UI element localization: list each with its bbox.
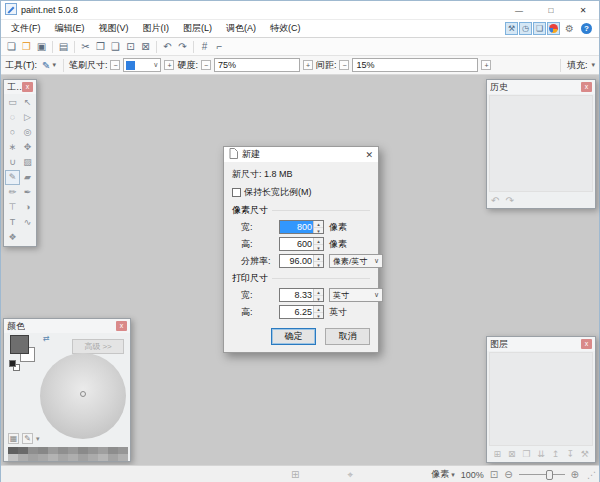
history-panel-header[interactable]: 历史 x [487,80,595,94]
resize-grip-icon[interactable]: ⋰ [585,470,596,480]
palette-swatch[interactable] [38,454,48,461]
zoom-slider-thumb[interactable] [546,470,553,480]
undo-icon[interactable]: ↶ [491,196,499,206]
pixel-height-spinner[interactable]: ▴▾ [313,238,323,250]
undo-button[interactable]: ↶ [160,39,175,54]
resolution-spinner[interactable]: ▴▾ [313,255,323,267]
palette-swatch[interactable] [78,447,88,454]
redo-icon[interactable]: ↷ [505,196,513,206]
hardness-decrease-button[interactable]: − [201,60,211,70]
menu-item-0[interactable]: 文件(F) [4,20,48,37]
layer-properties-button[interactable]: ⚒ [578,450,591,459]
toggle-history-button[interactable]: ◷ [519,22,532,35]
palette-swatch[interactable] [58,447,68,454]
tools-panel-close-button[interactable]: x [22,82,33,92]
menu-item-6[interactable]: 特效(C) [263,20,308,37]
spacing-increase-button[interactable]: + [481,60,491,70]
palette-swatch[interactable] [18,454,28,461]
print-width-unit-select[interactable]: 英寸∨ [329,288,383,302]
hardness-increase-button[interactable]: + [303,60,313,70]
menu-item-4[interactable]: 图层(L) [176,20,219,37]
minimize-button[interactable]: — [503,1,535,19]
canvas-workspace[interactable]: 工具 x ▭↖◌▷○◎∗✥∪▨✎▰✏✒⊤◑T∿❖ 历史 x ↶ ↷ 颜色 x [1,75,599,465]
cancel-button[interactable]: 取消 [325,328,370,345]
palette-swatch[interactable] [28,447,38,454]
zoom-slider[interactable] [519,469,565,481]
unit-select[interactable]: 像素 ▾ [431,468,455,481]
brush-size-increase-button[interactable]: + [164,60,174,70]
tool-lasso-select[interactable]: ◌ [5,110,20,125]
brush-size-decrease-button[interactable]: − [110,60,120,70]
menu-item-3[interactable]: 图片(I) [136,20,177,37]
tool-paintbrush[interactable]: ✎ [5,170,20,185]
dialog-close-button[interactable]: ✕ [365,150,373,160]
layers-list[interactable] [489,352,593,446]
settings-button[interactable]: ⚙ [563,23,576,34]
brush-size-select[interactable]: ∨ [123,58,161,72]
tool-line-curve[interactable]: ∿ [20,215,35,230]
active-tool-button[interactable]: ✎ ▾ [40,60,58,71]
add-layer-button[interactable]: ⊞ [491,450,504,459]
toggle-layers-button[interactable]: ❏ [533,22,546,35]
tool-magic-wand[interactable]: ∗ [5,140,20,155]
palette-swatch[interactable] [118,447,128,454]
color-wheel[interactable] [40,353,126,439]
tool-clone-stamp[interactable]: ⊤ [5,200,20,215]
tool-recolor[interactable]: ◑ [20,200,35,215]
redo-button[interactable]: ↷ [175,39,190,54]
toggle-tools-button[interactable]: ⚒ [505,22,518,35]
deselect-button[interactable]: ⊠ [138,39,153,54]
layers-panel-header[interactable]: 图层 x [487,337,595,351]
palette-swatch[interactable] [118,454,128,461]
palette-swatch[interactable] [108,454,118,461]
pixel-width-spinner[interactable]: ▴▾ [313,221,323,233]
resolution-input[interactable]: 96.00▴▾ [279,254,324,268]
tool-pan[interactable]: ✥ [20,140,35,155]
zoom-in-icon[interactable]: ⊕ [571,470,579,480]
ruler-button[interactable]: ⌐ [212,39,227,54]
default-colors[interactable] [9,360,22,373]
tool-rectangle-select[interactable]: ▭ [5,95,20,110]
move-layer-up-button[interactable]: ↥ [549,450,562,459]
tool-move-selection[interactable]: ▷ [20,110,35,125]
palette-swatch[interactable] [98,447,108,454]
palette-swatch[interactable] [68,447,78,454]
history-panel-close-button[interactable]: x [581,82,592,92]
tools-panel-header[interactable]: 工具 x [4,80,36,94]
print-width-spinner[interactable]: ▴▾ [313,289,323,301]
palette-swatch[interactable] [48,454,58,461]
print-button[interactable]: ▤ [56,39,71,54]
history-list[interactable] [489,95,593,192]
resolution-unit-select[interactable]: 像素/英寸∨ [329,254,383,268]
advanced-colors-button[interactable]: 高级 >> [72,339,124,354]
palette-swatch[interactable] [8,454,18,461]
hardness-input[interactable]: 75% [214,58,300,72]
menu-item-2[interactable]: 视图(V) [92,20,136,37]
menu-item-5[interactable]: 调色(A) [219,20,263,37]
grid-button[interactable]: # [197,39,212,54]
tool-text[interactable]: T [5,215,20,230]
zoom-out-icon[interactable]: ⊖ [504,470,512,480]
pixel-height-input[interactable]: 600▴▾ [279,237,324,251]
save-button[interactable]: ▣ [34,39,49,54]
tool-shapes[interactable]: ❖ [5,230,20,245]
print-height-input[interactable]: 6.25▴▾ [279,305,324,319]
open-button[interactable]: ❒ [19,39,34,54]
palette-swatch[interactable] [48,447,58,454]
maximize-button[interactable]: □ [535,1,567,19]
ok-button[interactable]: 确定 [271,328,316,345]
duplicate-layer-button[interactable]: ❐ [520,450,533,459]
zoom-fit-icon[interactable]: ⊡ [490,470,498,480]
paste-button[interactable]: ❑ [108,39,123,54]
pixel-width-input[interactable]: 800▴▾ [279,220,324,234]
spacing-input[interactable]: 15% [352,58,478,72]
palette-swatches-button[interactable]: ▦ [8,433,19,444]
print-width-input[interactable]: 8.33▴▾ [279,288,324,302]
primary-color-swatch[interactable] [10,335,29,354]
colors-panel-header[interactable]: 颜色 x [4,319,130,333]
tool-pencil[interactable]: ✏ [5,185,20,200]
toggle-colors-button[interactable] [547,22,560,35]
palette-swatch[interactable] [88,447,98,454]
delete-layer-button[interactable]: ⊠ [506,450,519,459]
layers-panel-close-button[interactable]: x [581,339,592,349]
